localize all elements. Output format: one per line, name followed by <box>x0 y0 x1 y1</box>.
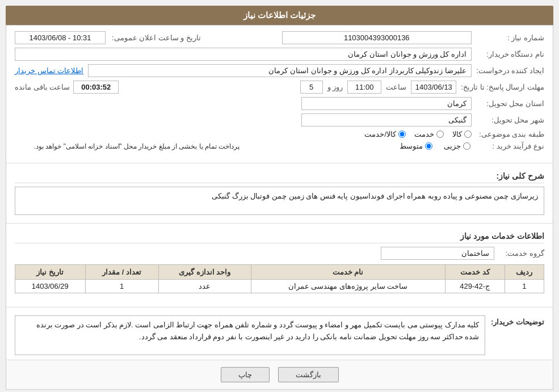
buyer-org-value: اداره کل ورزش و جوانان استان کرمان <box>15 48 472 61</box>
table-body: 1ج-42-429ساخت سایر پروژه‌های مهندسی عمرا… <box>15 280 544 293</box>
buyer-org-label: نام دستگاه خریدار: <box>476 50 544 58</box>
row-province: استان محل تحویل: کرمان <box>15 97 544 110</box>
group-value: ساختمان <box>381 247 494 260</box>
col-header-row: ردیف <box>505 265 544 280</box>
radio-jozi[interactable] <box>463 142 470 150</box>
radio-motevaset[interactable] <box>425 142 432 150</box>
main-card: شماره نیاز : 1103004393000136 تاریخ و سا… <box>6 25 553 390</box>
row-response-deadline: مهلت ارسال پاسخ: تا تاریخ: 1403/06/13 سا… <box>15 81 544 94</box>
cell-row: 1 <box>505 280 544 293</box>
response-date-value: 1403/06/13 <box>411 81 456 94</box>
category-kala-khedmat-label: کالا/خدمت <box>364 130 396 138</box>
col-header-date: تاریخ نیاز <box>15 265 86 280</box>
province-label: استان محل تحویل: <box>476 99 544 108</box>
row-need-announce: شماره نیاز : 1103004393000136 تاریخ و سا… <box>15 31 544 44</box>
notes-label: توضیحات خریدار: <box>491 315 544 326</box>
notes-section: توضیحات خریدار: کلیه مدارک پیوستی می بای… <box>6 311 553 360</box>
response-days-value: 5 <box>300 81 323 94</box>
announce-date-value: 1403/06/08 - 10:31 <box>15 31 106 44</box>
col-header-qty: تعداد / مقدار <box>85 265 158 280</box>
process-note: پرداخت تمام یا بخشی از مبلغ خریدار محل "… <box>15 142 240 150</box>
process-label: نوع فرآیند خرید : <box>476 142 544 150</box>
col-header-unit: واحد اندازه گیری <box>158 265 251 280</box>
row-category: طبقه بندی موضوعی: کالا خدمت کالا/خدمت <box>15 130 544 138</box>
description-header: شرح کلی نیاز: <box>15 171 544 183</box>
remaining-time-value: 00:03:52 <box>73 81 119 94</box>
category-kala-khedmat[interactable]: کالا/خدمت <box>364 130 406 138</box>
group-row: گروه خدمت: ساختمان <box>15 247 544 260</box>
row-city: شهر محل تحویل: گنبکی <box>15 113 544 127</box>
info-section: شماره نیاز : 1103004393000136 تاریخ و سا… <box>6 26 553 159</box>
col-need-number: شماره نیاز : 1103004393000136 <box>282 31 545 44</box>
cell-date: 1403/06/29 <box>15 280 86 293</box>
description-box: زیرسازی چمن مصنوعی و پیاده روبه همراه اج… <box>15 187 544 215</box>
category-khedmat[interactable]: خدمت <box>414 130 444 138</box>
category-khedmat-label: خدمت <box>414 130 434 138</box>
services-header: اطلاعات خدمات مورد نیاز <box>15 231 544 243</box>
divider-3 <box>6 307 553 307</box>
creator-contact-link[interactable]: اطلاعات تماس خریدار <box>15 66 83 75</box>
row-process: نوع فرآیند خرید : جزیی متوسط پرداخت تمام… <box>15 142 544 150</box>
category-label: طبقه بندی موضوعی: <box>476 130 544 138</box>
page-title: جزئیات اطلاعات نیاز <box>243 10 316 20</box>
remaining-label: ساعت باقی مانده <box>15 83 70 91</box>
services-section: اطلاعات خدمات مورد نیاز گروه خدمت: ساختم… <box>6 227 553 304</box>
divider-1 <box>6 163 553 163</box>
category-kala[interactable]: کالا <box>452 130 472 138</box>
col-announce-date: تاریخ و ساعت اعلان عمومی: 1403/06/08 - 1… <box>15 31 278 44</box>
city-label: شهر محل تحویل: <box>476 116 544 124</box>
remaining-row: 00:03:52 ساعت باقی مانده <box>15 81 296 94</box>
cell-name: ساخت سایر پروژه‌های مهندسی عمران <box>251 280 445 293</box>
print-button[interactable]: چاپ <box>221 367 270 382</box>
need-number-label: شماره نیاز : <box>476 33 544 42</box>
group-label: گروه خدمت: <box>499 249 544 258</box>
divider-2 <box>6 223 553 224</box>
table-head: ردیف کد خدمت نام خدمت واحد اندازه گیری ت… <box>15 265 544 280</box>
table-row: 1ج-42-429ساخت سایر پروژه‌های مهندسی عمرا… <box>15 280 544 293</box>
process-jozi-label: جزیی <box>444 142 461 150</box>
row-creator: ایجاد کننده درخواست: علیرضا زندوکیلی کار… <box>15 64 544 77</box>
radio-kala-khedmat[interactable] <box>398 130 406 138</box>
process-options: جزیی متوسط <box>246 142 471 150</box>
footer-buttons: بازگشت چاپ <box>6 360 553 389</box>
radio-khedmat[interactable] <box>436 130 444 138</box>
table-header-row: ردیف کد خدمت نام خدمت واحد اندازه گیری ت… <box>15 265 544 280</box>
announce-date-label: تاریخ و ساعت اعلان عمومی: <box>110 33 201 42</box>
cell-unit: عدد <box>158 280 251 293</box>
creator-label: ایجاد کننده درخواست: <box>476 66 544 75</box>
province-value: کرمان <box>301 97 472 110</box>
page-header: جزئیات اطلاعات نیاز <box>6 6 553 25</box>
days-label: روز و <box>327 83 343 91</box>
col-header-name: نام خدمت <box>251 265 445 280</box>
need-number-value: 1103004393000136 <box>282 31 472 44</box>
process-jozi[interactable]: جزیی <box>444 142 470 150</box>
cell-code: ج-42-429 <box>445 280 505 293</box>
cell-qty: 1 <box>85 280 158 293</box>
city-value: گنبکی <box>301 113 472 127</box>
process-motevaset-label: متوسط <box>400 142 423 150</box>
response-deadline-label: مهلت ارسال پاسخ: تا تاریخ: <box>461 83 544 91</box>
services-table: ردیف کد خدمت نام خدمت واحد اندازه گیری ت… <box>15 264 544 293</box>
notes-box: کلیه مدارک پیوستی می بایست تکمیل مهر و ا… <box>15 315 485 355</box>
page-wrapper: جزئیات اطلاعات نیاز شماره نیاز : 1103004… <box>0 0 559 392</box>
creator-value: علیرضا زندوکیلی کاربرداز اداره کل ورزش و… <box>88 64 472 77</box>
back-button[interactable]: بازگشت <box>278 367 339 382</box>
time-label: ساعت <box>386 83 406 91</box>
process-motevaset[interactable]: متوسط <box>400 142 432 150</box>
description-section: شرح کلی نیاز: زیرسازی چمن مصنوعی و پیاده… <box>6 167 553 220</box>
response-time-value: 11:00 <box>347 81 381 94</box>
row-buyer-org: نام دستگاه خریدار: اداره کل ورزش و جوانا… <box>15 48 544 61</box>
radio-kala[interactable] <box>464 130 472 138</box>
col-header-code: کد خدمت <box>445 265 505 280</box>
category-radio-group: کالا خدمت کالا/خدمت <box>15 130 472 138</box>
category-kala-label: کالا <box>452 130 462 138</box>
